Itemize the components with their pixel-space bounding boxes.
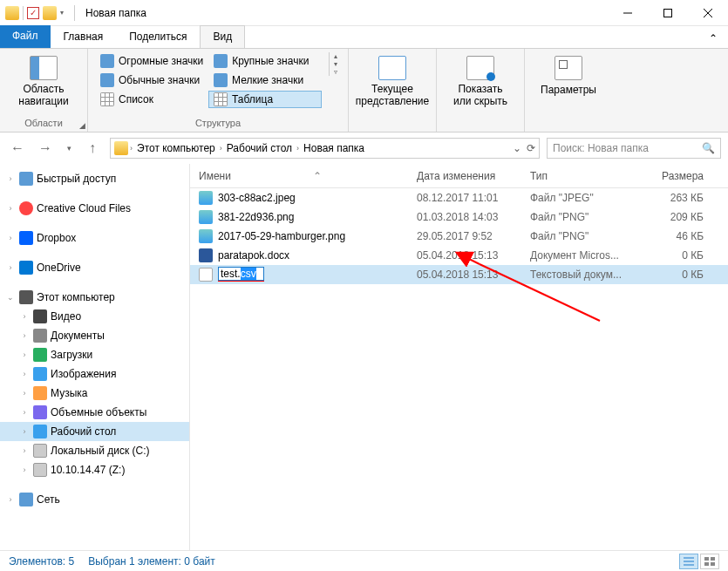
rename-input[interactable]: test.csv xyxy=(218,267,264,281)
file-row-editing[interactable]: test.csv 05.04.2018 15:13 Текстовый доку… xyxy=(190,265,728,284)
tree-music[interactable]: ›Музыка xyxy=(0,384,189,403)
minimize-icon xyxy=(623,9,632,17)
onedrive-icon xyxy=(19,261,33,275)
tree-desktop[interactable]: ›Рабочий стол xyxy=(0,422,189,441)
layout-small[interactable]: Мелкие значки xyxy=(208,71,322,89)
file-list-pane: Имени⌃ Дата изменения Тип Размера 303-c8… xyxy=(190,164,728,550)
file-icon xyxy=(199,210,213,224)
minimize-button[interactable] xyxy=(608,0,648,26)
options-button[interactable]: Параметры xyxy=(532,52,605,96)
tree-onedrive[interactable]: ›OneDrive xyxy=(0,258,189,277)
current-view-button[interactable]: Текущее представление xyxy=(356,52,429,108)
details-view-icon xyxy=(684,557,694,566)
icons-view-icon xyxy=(704,557,715,566)
tree-downloads[interactable]: ›Загрузки xyxy=(0,345,189,364)
chevron-right-icon[interactable]: › xyxy=(220,144,222,153)
properties-icon[interactable]: ✓ xyxy=(27,7,39,19)
search-input[interactable]: Поиск: Новая папка 🔍 xyxy=(547,138,721,159)
show-hide-label: Показать или скрыть xyxy=(453,84,507,108)
tree-pictures[interactable]: ›Изображения xyxy=(0,364,189,384)
file-cell-date: 08.12.2017 11:01 xyxy=(408,192,521,204)
tree-z-drive[interactable]: ›10.10.14.47 (Z:) xyxy=(0,460,189,479)
chevron-right-icon[interactable]: › xyxy=(130,144,133,153)
file-cell-size: 0 КБ xyxy=(631,249,728,262)
group-panes-label: Области xyxy=(7,116,80,130)
file-icon xyxy=(199,191,213,205)
address-dropdown-icon[interactable]: ⌄ xyxy=(513,142,521,154)
desktop-icon xyxy=(33,425,47,438)
status-count: Элементов: 5 xyxy=(9,555,74,568)
close-icon xyxy=(704,9,712,17)
network-icon xyxy=(19,493,33,506)
refresh-icon[interactable]: ⟳ xyxy=(527,142,535,154)
tree-network[interactable]: ›Сеть xyxy=(0,490,189,509)
breadcrumb-desktop[interactable]: Рабочий стол xyxy=(224,142,295,154)
chevron-right-icon[interactable]: › xyxy=(296,144,299,153)
layout-normal[interactable]: Обычные значки xyxy=(95,71,208,89)
file-row[interactable]: paratapok.docx05.04.2018 15:13Документ M… xyxy=(190,246,728,265)
tree-3d-objects[interactable]: ›Объемные объекты xyxy=(0,403,189,422)
new-folder-icon[interactable] xyxy=(43,6,57,20)
maximize-button[interactable] xyxy=(648,0,688,26)
nav-up-button[interactable]: ↑ xyxy=(82,138,103,159)
close-button[interactable] xyxy=(688,0,728,26)
video-icon xyxy=(33,309,47,323)
group-layout-label: Структура xyxy=(95,116,341,130)
search-icon[interactable]: 🔍 xyxy=(702,142,715,154)
col-date[interactable]: Дата изменения xyxy=(408,170,521,182)
breadcrumb-pc[interactable]: Этот компьютер xyxy=(134,142,218,154)
tree-this-pc[interactable]: ⌄Этот компьютер xyxy=(0,288,189,307)
layout-scroll[interactable]: ▴▾▿ xyxy=(329,52,341,76)
file-cell-type: Файл "PNG" xyxy=(521,230,631,242)
file-name: 381-22d936.png xyxy=(218,211,294,223)
col-size[interactable]: Размера xyxy=(631,170,728,182)
layout-huge[interactable]: Огромные значки xyxy=(95,52,208,70)
folder-icon xyxy=(5,6,19,20)
file-row[interactable]: 303-c88ac2.jpeg08.12.2017 11:01Файл "JPE… xyxy=(190,188,728,207)
collapse-ribbon-icon[interactable]: ⌃ xyxy=(705,29,721,48)
layout-large[interactable]: Крупные значки xyxy=(208,52,322,70)
corner-expand-icon[interactable]: ◢ xyxy=(79,121,85,130)
qat-dropdown-icon[interactable]: ▾ xyxy=(60,9,64,17)
file-cell-date: 05.04.2018 15:13 xyxy=(408,269,521,281)
layout-list[interactable]: Список xyxy=(95,91,208,108)
svg-rect-12 xyxy=(711,562,715,566)
tree-c-drive[interactable]: ›Локальный диск (C:) xyxy=(0,441,189,460)
view-details-button[interactable] xyxy=(679,554,698,569)
breadcrumb-folder[interactable]: Новая папка xyxy=(301,142,367,154)
options-icon xyxy=(555,56,582,80)
file-name: 303-c88ac2.jpeg xyxy=(218,192,296,204)
nav-pane-button[interactable]: Область навигации xyxy=(7,52,80,108)
address-bar[interactable]: › Этот компьютер › Рабочий стол › Новая … xyxy=(110,138,540,159)
pictures-icon xyxy=(33,367,47,381)
dropbox-icon xyxy=(19,231,33,245)
nav-forward-button[interactable]: → xyxy=(35,138,56,159)
file-tab[interactable]: Файл xyxy=(0,25,51,48)
tab-view[interactable]: Вид xyxy=(200,25,245,48)
nav-history-dropdown[interactable]: ▾ xyxy=(63,138,75,159)
tab-home[interactable]: Главная xyxy=(51,25,117,48)
star-icon xyxy=(19,172,33,186)
nav-back-button[interactable]: ← xyxy=(7,138,28,159)
file-cell-type: Файл "JPEG" xyxy=(521,192,631,204)
tree-video[interactable]: ›Видео xyxy=(0,307,189,326)
file-cell-type: Документ Micros... xyxy=(521,249,631,262)
svg-rect-10 xyxy=(711,557,715,561)
cc-icon xyxy=(19,201,33,215)
col-name[interactable]: Имени⌃ xyxy=(190,170,408,182)
file-row[interactable]: 2017-05-29-hamburger.png29.05.2017 9:52Ф… xyxy=(190,227,728,246)
file-row[interactable]: 381-22d936.png01.03.2018 14:03Файл "PNG"… xyxy=(190,207,728,227)
show-hide-button[interactable]: Показать или скрыть xyxy=(444,52,517,108)
col-type[interactable]: Тип xyxy=(521,170,631,182)
nav-pane-label: Область навигации xyxy=(18,84,68,108)
file-cell-size: 209 КБ xyxy=(631,211,728,223)
layout-table[interactable]: Таблица xyxy=(208,91,322,108)
tree-creative-cloud[interactable]: ›Creative Cloud Files xyxy=(0,199,189,218)
tab-share[interactable]: Поделиться xyxy=(116,25,200,48)
nav-tree: ›Быстрый доступ ›Creative Cloud Files ›D… xyxy=(0,164,190,550)
view-icons-button[interactable] xyxy=(700,554,719,569)
file-cell-size: 0 КБ xyxy=(631,269,728,281)
tree-dropbox[interactable]: ›Dropbox xyxy=(0,228,189,248)
tree-documents[interactable]: ›Документы xyxy=(0,326,189,345)
tree-quick-access[interactable]: ›Быстрый доступ xyxy=(0,169,189,188)
